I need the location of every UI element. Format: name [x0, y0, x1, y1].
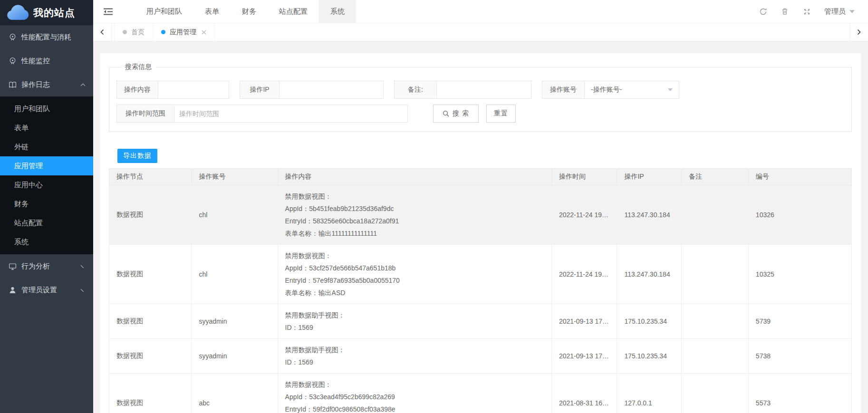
table-header-row: 操作节点操作账号操作内容操作时间操作IP备注编号 — [109, 169, 852, 185]
sidebar-item-操作日志[interactable]: 操作日志 — [0, 73, 93, 96]
user-menu[interactable]: 管理员 — [818, 0, 868, 23]
cell-content: 禁用数据视图：AppId：53c3ead4f95c2b699c82a269Ent… — [278, 374, 551, 413]
topbar-actions: 管理员 — [752, 0, 868, 23]
cell-ip: 175.10.235.34 — [617, 304, 682, 339]
user-name: 管理员 — [824, 7, 846, 16]
table-row[interactable]: 数据视图chl禁用数据视图：AppId：53cf257de566b547a651… — [109, 245, 852, 304]
cell-ip: 127.0.0.1 — [617, 374, 682, 413]
cell-time: 2022-11-24 19:34:49 — [551, 185, 617, 245]
logo[interactable]: 我的站点 — [0, 0, 93, 25]
chevron-down-icon — [80, 265, 86, 268]
tab-status-dot — [123, 30, 127, 34]
cell-ip: 113.247.30.184 — [617, 185, 682, 245]
sidebar-item-行为分析[interactable]: 行为分析 — [0, 254, 93, 278]
sidebar-submenu: 用户和团队表单外链应用管理应用中心财务站点配置系统 — [0, 96, 93, 254]
tabs-scroll-left-button[interactable] — [93, 23, 112, 41]
cell-node: 数据视图 — [109, 185, 192, 245]
cell-id: 5739 — [748, 304, 851, 339]
performance-monitor-icon — [9, 57, 17, 65]
sidebar-item-label: 操作日志 — [21, 80, 80, 89]
search-button[interactable]: 搜 索 — [433, 105, 479, 123]
tab-首页[interactable]: 首页 — [114, 23, 153, 41]
table-row[interactable]: 数据视图abc禁用数据视图：AppId：53c3ead4f95c2b699c82… — [109, 374, 852, 413]
cell-time: 2021-09-13 17:01:49 — [551, 339, 617, 374]
cell-remark — [682, 245, 749, 304]
fullscreen-button[interactable] — [796, 0, 818, 23]
remark-input[interactable] — [436, 81, 531, 99]
trash-button[interactable] — [774, 0, 796, 23]
content-line: AppId：53cf257de566b547a651b18b — [285, 262, 544, 274]
cell-content: 禁用数据视图：AppId：53cf257de566b547a651b18bEnt… — [278, 245, 551, 304]
cell-id: 10325 — [748, 245, 851, 304]
top-nav-item-系统[interactable]: 系统 — [319, 0, 356, 23]
sidebar-subitem-用户和团队[interactable]: 用户和团队 — [0, 99, 93, 118]
cell-remark — [682, 304, 749, 339]
content-card: 搜索信息 操作内容 操作IP 备注: — [100, 53, 861, 413]
tabs-scroll-right-button[interactable] — [849, 23, 868, 41]
column-header-编号: 编号 — [748, 169, 851, 185]
top-nav-item-站点配置[interactable]: 站点配置 — [268, 0, 319, 23]
sidebar-subitem-表单[interactable]: 表单 — [0, 118, 93, 137]
table-row[interactable]: 数据视图chl禁用数据视图：AppId：5b451feab9b21235d36a… — [109, 185, 852, 245]
operation-log-icon — [9, 81, 17, 89]
operation-ip-label: 操作IP — [240, 81, 280, 99]
field-time-range: 操作时间范围 — [116, 105, 408, 123]
cell-node: 数据视图 — [109, 374, 192, 413]
chevron-down-icon — [80, 288, 86, 292]
remark-label: 备注: — [394, 81, 437, 99]
tab-应用管理[interactable]: 应用管理 — [153, 23, 215, 41]
operation-ip-input[interactable] — [279, 81, 384, 99]
sidebar: 我的站点 性能配置与消耗性能监控操作日志用户和团队表单外链应用管理应用中心财务站… — [0, 0, 93, 413]
operation-account-select[interactable]: -操作账号- — [584, 81, 679, 99]
sidebar-subitem-系统[interactable]: 系统 — [0, 232, 93, 251]
search-panel: 搜索信息 操作内容 操作IP 备注: — [109, 63, 852, 132]
close-icon[interactable] — [202, 30, 206, 35]
column-header-操作节点: 操作节点 — [109, 169, 192, 185]
sidebar-subitem-站点配置[interactable]: 站点配置 — [0, 213, 93, 232]
content-line: EntryId：57e9f87a6935a5b0a0055170 — [285, 274, 544, 287]
top-header: 用户和团队表单财务站点配置系统 — [93, 0, 868, 23]
collapse-sidebar-button[interactable] — [93, 0, 123, 23]
operation-account-selected-value: -操作账号- — [591, 86, 622, 94]
field-remark: 备注: — [394, 81, 531, 99]
tab-list: 首页应用管理 — [112, 23, 215, 41]
tab-bar: 首页应用管理 — [93, 23, 868, 41]
time-range-input[interactable] — [174, 105, 408, 123]
table-row[interactable]: 数据视图syyadmin禁用数据助手视图：ID：15692021-09-13 1… — [109, 339, 852, 374]
sidebar-menu: 性能配置与消耗性能监控操作日志用户和团队表单外链应用管理应用中心财务站点配置系统… — [0, 25, 93, 302]
site-title: 我的站点 — [33, 6, 75, 19]
sidebar-item-性能监控[interactable]: 性能监控 — [0, 49, 93, 73]
reset-button[interactable]: 重置 — [486, 105, 516, 123]
sidebar-subitem-财务[interactable]: 财务 — [0, 194, 93, 213]
field-operation-content: 操作内容 — [116, 81, 229, 99]
performance-config-icon — [9, 33, 17, 41]
sidebar-item-性能配置与消耗[interactable]: 性能配置与消耗 — [0, 25, 93, 49]
sidebar-item-label: 管理员设置 — [21, 286, 80, 295]
sidebar-item-管理员设置[interactable]: 管理员设置 — [0, 278, 93, 302]
chevron-down-icon — [849, 10, 855, 13]
cell-account: chl — [192, 185, 278, 245]
top-nav-item-用户和团队[interactable]: 用户和团队 — [135, 0, 193, 23]
chevron-up-icon — [80, 83, 86, 86]
top-nav-item-表单[interactable]: 表单 — [193, 0, 231, 23]
select-caret-icon — [668, 88, 673, 91]
export-data-button[interactable]: 导出数据 — [117, 149, 157, 163]
content-line: 禁用数据助手视图： — [285, 309, 544, 321]
cell-time: 2021-08-31 16:53:54 — [551, 374, 617, 413]
cloud-logo-icon — [5, 4, 29, 21]
table-row[interactable]: 数据视图syyadmin禁用数据助手视图：ID：15692021-09-13 1… — [109, 304, 852, 339]
tab-label: 首页 — [131, 28, 145, 37]
operation-content-input[interactable] — [158, 81, 229, 99]
content-area: 搜索信息 操作内容 操作IP 备注: — [93, 41, 868, 413]
sidebar-subitem-外链[interactable]: 外链 — [0, 137, 93, 156]
fullscreen-icon — [803, 8, 810, 15]
sidebar-subitem-应用中心[interactable]: 应用中心 — [0, 175, 93, 194]
field-operation-ip: 操作IP — [240, 81, 384, 99]
column-header-操作时间: 操作时间 — [551, 169, 617, 185]
refresh-button[interactable] — [752, 0, 774, 23]
sidebar-subitem-应用管理[interactable]: 应用管理 — [0, 156, 93, 175]
search-row-2: 操作时间范围 搜 索 重置 — [116, 105, 844, 123]
top-nav-item-财务[interactable]: 财务 — [231, 0, 268, 23]
cell-node: 数据视图 — [109, 339, 192, 374]
content-line: ID：1569 — [285, 321, 544, 334]
